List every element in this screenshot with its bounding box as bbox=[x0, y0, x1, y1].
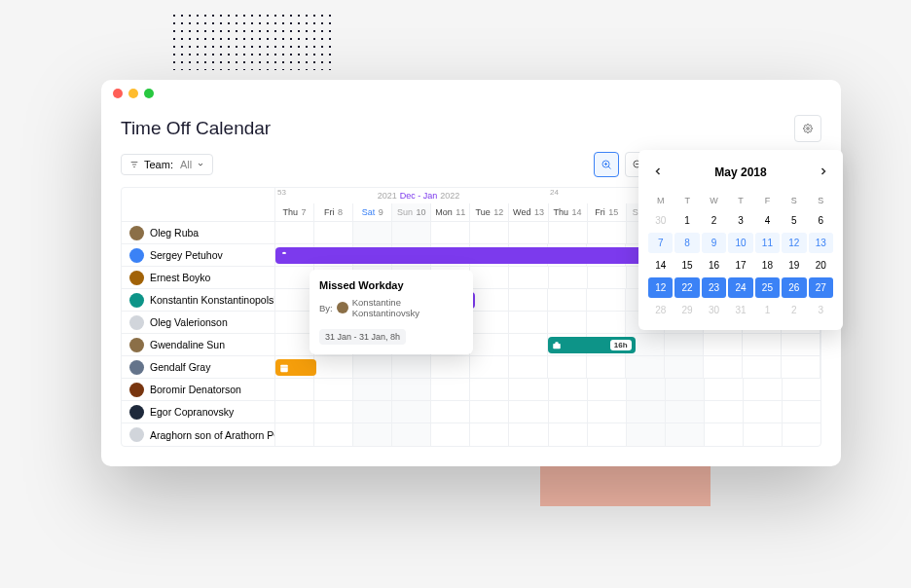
chevron-right-icon bbox=[818, 165, 829, 177]
picker-day-cell[interactable]: 3 bbox=[809, 300, 833, 320]
picker-day-header: M bbox=[648, 193, 673, 208]
picker-day-cell[interactable]: 7 bbox=[648, 233, 673, 253]
picker-day-cell[interactable]: 23 bbox=[702, 277, 726, 298]
picker-day-cell[interactable]: 12 bbox=[648, 277, 673, 298]
team-filter[interactable]: Team: All bbox=[121, 154, 213, 175]
picker-day-cell[interactable]: 19 bbox=[782, 255, 806, 276]
lane-cell bbox=[470, 222, 509, 243]
lane-cell bbox=[314, 222, 353, 243]
time-off-bar[interactable]: 40h bbox=[275, 247, 674, 264]
picker-day-cell[interactable]: 2 bbox=[782, 300, 806, 320]
lane-cell bbox=[548, 312, 587, 333]
picker-day-cell[interactable]: 30 bbox=[648, 210, 673, 231]
picker-day-cell[interactable]: 29 bbox=[674, 300, 699, 320]
lane-cell bbox=[666, 379, 705, 400]
picker-day-header: S bbox=[782, 193, 806, 208]
time-off-bar[interactable]: 16h bbox=[548, 337, 636, 353]
picker-day-cell[interactable]: 9 bbox=[702, 233, 726, 253]
picker-day-cell[interactable]: 26 bbox=[782, 277, 806, 298]
picker-day-cell[interactable]: 15 bbox=[674, 255, 699, 276]
day-header-cell: Sat 9 bbox=[353, 203, 392, 221]
picker-day-cell[interactable]: 14 bbox=[648, 255, 673, 276]
picker-day-cell[interactable]: 11 bbox=[755, 233, 780, 253]
picker-day-cell[interactable]: 31 bbox=[728, 300, 752, 320]
employee-name: Araghorn son of Arathorn POoa... bbox=[150, 429, 275, 441]
lane-cell bbox=[509, 222, 548, 243]
picker-day-cell[interactable]: 27 bbox=[809, 277, 833, 298]
lane-cell bbox=[470, 379, 509, 400]
picker-next-button[interactable] bbox=[814, 160, 833, 185]
decorative-dots bbox=[170, 12, 336, 70]
picker-day-cell[interactable]: 3 bbox=[728, 210, 752, 231]
lane-cell bbox=[314, 423, 353, 446]
avatar bbox=[129, 293, 144, 308]
picker-day-cell[interactable]: 1 bbox=[755, 300, 780, 320]
briefcase-icon bbox=[552, 341, 562, 350]
filter-icon bbox=[129, 160, 139, 169]
picker-prev-button[interactable] bbox=[648, 160, 668, 185]
tooltip-by-label: By: bbox=[319, 303, 333, 313]
picker-day-cell[interactable]: 24 bbox=[728, 277, 752, 298]
lane-cell bbox=[588, 423, 627, 446]
avatar bbox=[337, 302, 348, 313]
lane-cell bbox=[744, 401, 783, 423]
settings-button[interactable] bbox=[794, 115, 821, 142]
picker-day-cell[interactable]: 16 bbox=[702, 255, 726, 276]
lane-cell bbox=[704, 334, 743, 355]
svg-line-5 bbox=[608, 166, 611, 169]
picker-day-cell[interactable]: 18 bbox=[755, 255, 780, 276]
picker-day-cell[interactable]: 8 bbox=[674, 233, 699, 253]
zoom-in-button[interactable] bbox=[594, 152, 619, 177]
date-picker: May 2018 MTWTFSS301234567891011121314151… bbox=[638, 150, 843, 330]
calendar-missed-icon bbox=[279, 363, 289, 373]
window-close-icon[interactable] bbox=[113, 89, 123, 98]
picker-day-cell[interactable]: 5 bbox=[782, 210, 806, 231]
picker-day-cell[interactable]: 30 bbox=[702, 300, 726, 320]
employee-row: Boromir Denatorson bbox=[122, 379, 820, 401]
picker-day-cell[interactable]: 20 bbox=[809, 255, 833, 276]
lane-cell bbox=[275, 379, 314, 400]
lane-cell bbox=[470, 423, 509, 446]
lane-cell bbox=[666, 423, 705, 446]
window-minimize-icon[interactable] bbox=[128, 89, 138, 98]
time-off-bar[interactable] bbox=[275, 359, 316, 376]
lane-cell bbox=[549, 401, 588, 423]
chevron-left-icon bbox=[652, 165, 664, 177]
lane-cell bbox=[353, 401, 392, 423]
picker-day-cell[interactable]: 25 bbox=[755, 277, 780, 298]
picker-day-cell[interactable]: 2 bbox=[702, 210, 726, 231]
picker-day-cell[interactable]: 4 bbox=[755, 210, 780, 231]
picker-day-header: W bbox=[702, 193, 726, 208]
employee-name-cell: Boromir Denatorson bbox=[122, 379, 275, 400]
lane-cell bbox=[549, 222, 588, 243]
lane-cell bbox=[314, 379, 353, 400]
lane-cell bbox=[275, 401, 314, 423]
picker-day-cell[interactable]: 17 bbox=[728, 255, 752, 276]
employee-name: Gwendaline Sun bbox=[150, 339, 225, 350]
day-header-cell: Wed 13 bbox=[509, 203, 548, 221]
month-label-1: 2021 Dec - Jan 2022 bbox=[289, 188, 548, 203]
avatar bbox=[129, 360, 144, 375]
window-titlebar bbox=[101, 80, 841, 107]
picker-day-cell[interactable]: 1 bbox=[674, 210, 699, 231]
picker-day-cell[interactable]: 10 bbox=[728, 233, 752, 253]
day-header-cell: Fri 8 bbox=[314, 203, 353, 221]
avatar bbox=[129, 226, 144, 240]
day-header-cell: Mon 11 bbox=[431, 203, 470, 221]
picker-month-label: May 2018 bbox=[714, 165, 766, 179]
lane-cell bbox=[470, 401, 509, 423]
picker-day-cell[interactable]: 22 bbox=[674, 277, 699, 298]
picker-day-cell[interactable]: 12 bbox=[782, 233, 806, 253]
employee-name-cell: Gwendaline Sun bbox=[122, 334, 275, 355]
lane-cell bbox=[353, 423, 392, 446]
window-maximize-icon[interactable] bbox=[144, 89, 154, 98]
picker-day-cell[interactable]: 6 bbox=[809, 210, 833, 231]
lane-cell bbox=[392, 379, 431, 400]
picker-day-cell[interactable]: 13 bbox=[809, 233, 833, 253]
lane-cell bbox=[705, 379, 744, 400]
lane-cell bbox=[275, 289, 314, 311]
avatar bbox=[129, 427, 144, 442]
picker-day-cell[interactable]: 28 bbox=[648, 300, 673, 320]
hours-badge: 16h bbox=[610, 340, 632, 350]
lane-cell bbox=[275, 423, 314, 446]
